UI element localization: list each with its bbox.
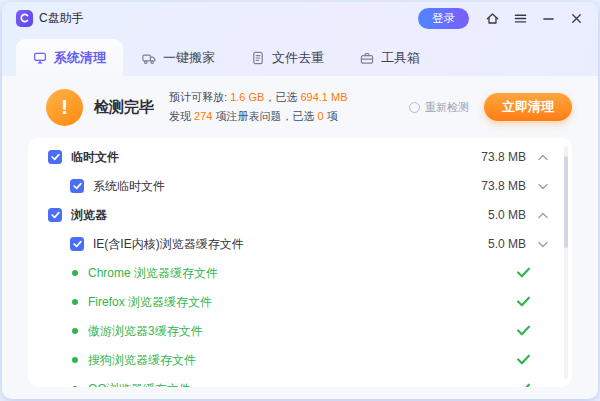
scan-summary: 预计可释放: 1.6 GB，已选 694.1 MB 发现 274 项注册表问题，… bbox=[169, 88, 348, 127]
clean-now-button[interactable]: 立即清理 bbox=[484, 93, 572, 121]
table-row[interactable]: 临时文件 73.8 MB bbox=[36, 143, 564, 172]
row-label: 搜狗浏览器缓存文件 bbox=[88, 352, 196, 369]
checkbox-checked[interactable] bbox=[70, 237, 84, 251]
row-label: QQ浏览器缓存文件 bbox=[88, 381, 191, 388]
checkbox-checked[interactable] bbox=[48, 150, 62, 164]
menu-icon[interactable] bbox=[512, 10, 528, 26]
table-row[interactable]: 搜狗浏览器缓存文件 bbox=[36, 346, 564, 375]
row-label: 傲游浏览器3缓存文件 bbox=[88, 323, 203, 340]
close-icon[interactable] bbox=[568, 10, 584, 26]
row-label: Chrome 浏览器缓存文件 bbox=[88, 265, 218, 282]
title-bar: C盘助手 登录 bbox=[2, 2, 598, 34]
scan-result-title: 检测完毕 bbox=[94, 98, 154, 117]
app-logo-icon bbox=[16, 10, 33, 27]
status-dot bbox=[72, 270, 78, 276]
tab-label: 工具箱 bbox=[381, 49, 420, 67]
checkbox-checked[interactable] bbox=[70, 179, 84, 193]
chevron-down-icon[interactable] bbox=[538, 240, 548, 248]
row-size: 5.0 MB bbox=[488, 237, 526, 251]
tab-bar: 系统清理 一键搬家 文件去重 工具箱 bbox=[2, 34, 598, 76]
cleanup-list-card: 临时文件 73.8 MB 系统临时文件 73.8 MB 浏览器 5.0 MB I… bbox=[28, 138, 572, 388]
status-dot bbox=[72, 357, 78, 363]
summary-text: 预计可释放: bbox=[169, 91, 230, 103]
document-icon bbox=[251, 51, 265, 65]
status-dot bbox=[72, 328, 78, 334]
registry-issue-count: 274 bbox=[194, 110, 212, 122]
tab-file-dedupe[interactable]: 文件去重 bbox=[234, 39, 341, 76]
status-dot bbox=[72, 299, 78, 305]
warning-icon: ! bbox=[46, 89, 83, 126]
check-icon bbox=[517, 380, 530, 387]
summary-text: ，已选 bbox=[264, 91, 300, 103]
scrollbar-thumb[interactable] bbox=[564, 156, 568, 248]
home-icon[interactable] bbox=[484, 10, 500, 26]
tab-system-clean[interactable]: 系统清理 bbox=[16, 39, 123, 76]
row-label: Firefox 浏览器缓存文件 bbox=[88, 294, 212, 311]
checkbox-checked[interactable] bbox=[48, 208, 62, 222]
redetect-button[interactable]: 重新检测 bbox=[409, 100, 469, 115]
row-label: IE(含IE内核)浏览器缓存文件 bbox=[93, 236, 244, 253]
table-row[interactable]: 系统临时文件 73.8 MB bbox=[36, 172, 564, 201]
scan-status-bar: ! 检测完毕 预计可释放: 1.6 GB，已选 694.1 MB 发现 274 … bbox=[2, 76, 598, 136]
row-label: 临时文件 bbox=[71, 149, 119, 166]
tab-toolbox[interactable]: 工具箱 bbox=[343, 39, 437, 76]
tab-label: 一键搬家 bbox=[163, 49, 215, 67]
app-window: C盘助手 登录 系统清理 bbox=[2, 2, 598, 399]
status-dot bbox=[72, 386, 78, 387]
row-size: 5.0 MB bbox=[488, 208, 526, 222]
check-icon bbox=[517, 351, 530, 369]
summary-line-registry: 发现 274 项注册表问题，已选 0 项 bbox=[169, 107, 348, 126]
moving-truck-icon bbox=[142, 51, 156, 65]
chevron-up-icon[interactable] bbox=[538, 153, 548, 161]
row-size: 73.8 MB bbox=[481, 179, 526, 193]
selected-size: 694.1 MB bbox=[300, 91, 347, 103]
redetect-icon bbox=[409, 102, 420, 113]
summary-text: 项 bbox=[324, 110, 338, 122]
table-row[interactable]: Firefox 浏览器缓存文件 bbox=[36, 288, 564, 317]
row-size: 73.8 MB bbox=[481, 150, 526, 164]
check-icon bbox=[517, 264, 530, 282]
tab-label: 文件去重 bbox=[272, 49, 324, 67]
table-row[interactable]: Chrome 浏览器缓存文件 bbox=[36, 259, 564, 288]
row-label: 系统临时文件 bbox=[93, 178, 165, 195]
redetect-label: 重新检测 bbox=[425, 100, 469, 115]
table-row[interactable]: IE(含IE内核)浏览器缓存文件 5.0 MB bbox=[36, 230, 564, 259]
toolbox-icon bbox=[360, 51, 374, 65]
check-icon bbox=[517, 293, 530, 311]
app-title: C盘助手 bbox=[39, 10, 84, 27]
system-clean-icon bbox=[33, 51, 47, 65]
summary-line-space: 预计可释放: 1.6 GB，已选 694.1 MB bbox=[169, 88, 348, 107]
releasable-size: 1.6 GB bbox=[230, 91, 264, 103]
chevron-up-icon[interactable] bbox=[538, 211, 548, 219]
main-content: ! 检测完毕 预计可释放: 1.6 GB，已选 694.1 MB 发现 274 … bbox=[2, 76, 598, 399]
tab-one-click-move[interactable]: 一键搬家 bbox=[125, 39, 232, 76]
tab-label: 系统清理 bbox=[54, 49, 106, 67]
summary-text: 项注册表问题，已选 bbox=[212, 110, 317, 122]
row-label: 浏览器 bbox=[71, 207, 107, 224]
minimize-icon[interactable] bbox=[540, 10, 556, 26]
login-button[interactable]: 登录 bbox=[418, 8, 469, 29]
check-icon bbox=[517, 322, 530, 340]
chevron-down-icon[interactable] bbox=[538, 182, 548, 190]
table-row[interactable]: 傲游浏览器3缓存文件 bbox=[36, 317, 564, 346]
table-row[interactable]: QQ浏览器缓存文件 bbox=[36, 375, 564, 388]
table-row[interactable]: 浏览器 5.0 MB bbox=[36, 201, 564, 230]
summary-text: 发现 bbox=[169, 110, 194, 122]
